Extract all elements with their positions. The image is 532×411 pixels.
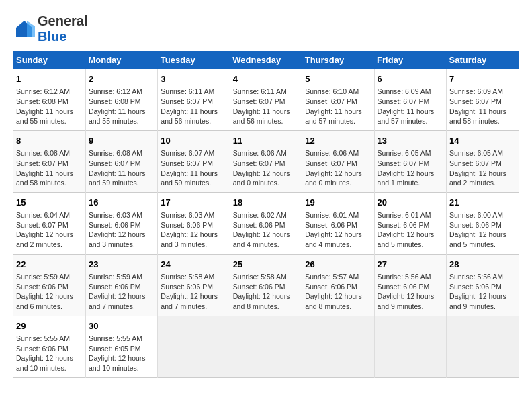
day-info: Sunrise: 6:03 AM Sunset: 6:06 PM Dayligh… (161, 210, 226, 250)
day-info: Sunrise: 6:08 AM Sunset: 6:07 PM Dayligh… (16, 148, 83, 188)
calendar-cell: 2Sunrise: 6:12 AM Sunset: 6:08 PM Daylig… (85, 69, 157, 130)
day-info: Sunrise: 6:06 AM Sunset: 6:07 PM Dayligh… (233, 148, 299, 188)
day-number: 1 (16, 73, 83, 85)
calendar-header: SundayMondayTuesdayWednesdayThursdayFrid… (13, 51, 519, 69)
calendar-cell: 13Sunrise: 6:05 AM Sunset: 6:07 PM Dayli… (374, 130, 446, 192)
day-info: Sunrise: 6:05 AM Sunset: 6:07 PM Dayligh… (449, 148, 516, 188)
day-number: 24 (161, 259, 226, 271)
day-number: 18 (233, 197, 299, 209)
calendar-cell: 7Sunrise: 6:09 AM Sunset: 6:07 PM Daylig… (447, 69, 519, 130)
calendar-cell: 6Sunrise: 6:09 AM Sunset: 6:07 PM Daylig… (374, 69, 446, 130)
col-header-monday: Monday (85, 51, 157, 69)
calendar-cell: 19Sunrise: 6:01 AM Sunset: 6:06 PM Dayli… (302, 192, 374, 254)
day-number: 20 (378, 197, 443, 209)
day-info: Sunrise: 5:57 AM Sunset: 6:06 PM Dayligh… (305, 272, 371, 312)
week-row-5: 29Sunrise: 5:55 AM Sunset: 6:06 PM Dayli… (13, 316, 519, 377)
col-header-tuesday: Tuesday (158, 51, 230, 69)
logo-text-blue: Blue (38, 29, 87, 44)
day-number: 2 (89, 73, 154, 85)
calendar-cell: 24Sunrise: 5:58 AM Sunset: 6:06 PM Dayli… (158, 254, 230, 316)
day-info: Sunrise: 6:05 AM Sunset: 6:07 PM Dayligh… (378, 148, 443, 188)
day-number: 16 (89, 197, 154, 209)
day-number: 27 (378, 259, 443, 271)
week-row-2: 8Sunrise: 6:08 AM Sunset: 6:07 PM Daylig… (13, 130, 519, 192)
day-number: 30 (89, 320, 154, 332)
day-number: 26 (305, 259, 371, 271)
day-info: Sunrise: 6:00 AM Sunset: 6:06 PM Dayligh… (449, 210, 516, 250)
day-info: Sunrise: 6:12 AM Sunset: 6:08 PM Dayligh… (89, 87, 154, 126)
day-number: 17 (161, 197, 226, 209)
calendar-cell (374, 316, 446, 377)
calendar-cell: 14Sunrise: 6:05 AM Sunset: 6:07 PM Dayli… (447, 130, 519, 192)
calendar-cell: 26Sunrise: 5:57 AM Sunset: 6:06 PM Dayli… (302, 254, 374, 316)
col-header-wednesday: Wednesday (230, 51, 302, 69)
calendar-cell (302, 316, 374, 377)
svg-marker-1 (27, 21, 35, 37)
day-info: Sunrise: 6:11 AM Sunset: 6:07 PM Dayligh… (161, 87, 226, 126)
day-number: 23 (89, 259, 154, 271)
day-number: 11 (233, 135, 299, 147)
logo-text-general: General (38, 13, 87, 29)
calendar-cell (447, 316, 519, 377)
day-info: Sunrise: 6:10 AM Sunset: 6:07 PM Dayligh… (305, 87, 371, 126)
col-header-thursday: Thursday (302, 51, 374, 69)
logo-icon (13, 18, 35, 40)
day-info: Sunrise: 5:58 AM Sunset: 6:06 PM Dayligh… (233, 272, 299, 312)
day-number: 28 (449, 259, 516, 271)
day-info: Sunrise: 6:02 AM Sunset: 6:06 PM Dayligh… (233, 210, 299, 250)
col-header-saturday: Saturday (447, 51, 519, 69)
day-number: 21 (449, 197, 516, 209)
day-number: 10 (161, 135, 226, 147)
day-info: Sunrise: 6:09 AM Sunset: 6:07 PM Dayligh… (449, 87, 516, 126)
day-info: Sunrise: 6:01 AM Sunset: 6:06 PM Dayligh… (305, 210, 371, 250)
calendar-table: SundayMondayTuesdayWednesdayThursdayFrid… (13, 51, 519, 378)
day-info: Sunrise: 5:58 AM Sunset: 6:06 PM Dayligh… (161, 272, 226, 312)
calendar-cell (230, 316, 302, 377)
col-header-sunday: Sunday (13, 51, 85, 69)
day-number: 29 (16, 320, 83, 332)
calendar-cell: 20Sunrise: 6:01 AM Sunset: 6:06 PM Dayli… (374, 192, 446, 254)
calendar-cell: 15Sunrise: 6:04 AM Sunset: 6:07 PM Dayli… (13, 192, 85, 254)
day-info: Sunrise: 6:06 AM Sunset: 6:07 PM Dayligh… (305, 148, 371, 188)
day-info: Sunrise: 6:08 AM Sunset: 6:07 PM Dayligh… (89, 148, 154, 188)
calendar-cell: 27Sunrise: 5:56 AM Sunset: 6:06 PM Dayli… (374, 254, 446, 316)
day-info: Sunrise: 6:01 AM Sunset: 6:06 PM Dayligh… (378, 210, 443, 250)
day-info: Sunrise: 5:59 AM Sunset: 6:06 PM Dayligh… (89, 272, 154, 312)
calendar-cell: 16Sunrise: 6:03 AM Sunset: 6:06 PM Dayli… (85, 192, 157, 254)
calendar-cell: 5Sunrise: 6:10 AM Sunset: 6:07 PM Daylig… (302, 69, 374, 130)
day-number: 13 (378, 135, 443, 147)
day-number: 25 (233, 259, 299, 271)
day-info: Sunrise: 6:04 AM Sunset: 6:07 PM Dayligh… (16, 210, 83, 250)
day-info: Sunrise: 6:11 AM Sunset: 6:07 PM Dayligh… (233, 87, 299, 126)
day-info: Sunrise: 6:03 AM Sunset: 6:06 PM Dayligh… (89, 210, 154, 250)
day-number: 9 (89, 135, 154, 147)
day-info: Sunrise: 6:09 AM Sunset: 6:07 PM Dayligh… (378, 87, 443, 126)
day-number: 22 (16, 259, 83, 271)
calendar-cell: 8Sunrise: 6:08 AM Sunset: 6:07 PM Daylig… (13, 130, 85, 192)
page-header: General Blue (13, 13, 519, 44)
day-number: 5 (305, 73, 371, 85)
day-number: 7 (449, 73, 516, 85)
calendar-cell: 29Sunrise: 5:55 AM Sunset: 6:06 PM Dayli… (13, 316, 85, 377)
day-number: 19 (305, 197, 371, 209)
col-header-friday: Friday (374, 51, 446, 69)
calendar-body: 1Sunrise: 6:12 AM Sunset: 6:08 PM Daylig… (13, 69, 519, 377)
week-row-3: 15Sunrise: 6:04 AM Sunset: 6:07 PM Dayli… (13, 192, 519, 254)
calendar-cell: 1Sunrise: 6:12 AM Sunset: 6:08 PM Daylig… (13, 69, 85, 130)
day-number: 6 (378, 73, 443, 85)
logo: General Blue (13, 13, 87, 44)
day-number: 12 (305, 135, 371, 147)
calendar-cell: 30Sunrise: 5:55 AM Sunset: 6:05 PM Dayli… (85, 316, 157, 377)
calendar-cell: 11Sunrise: 6:06 AM Sunset: 6:07 PM Dayli… (230, 130, 302, 192)
day-info: Sunrise: 5:59 AM Sunset: 6:06 PM Dayligh… (16, 272, 83, 312)
calendar-cell: 10Sunrise: 6:07 AM Sunset: 6:07 PM Dayli… (158, 130, 230, 192)
calendar-cell: 9Sunrise: 6:08 AM Sunset: 6:07 PM Daylig… (85, 130, 157, 192)
calendar-cell: 28Sunrise: 5:56 AM Sunset: 6:06 PM Dayli… (447, 254, 519, 316)
day-info: Sunrise: 5:56 AM Sunset: 6:06 PM Dayligh… (378, 272, 443, 312)
header-row: SundayMondayTuesdayWednesdayThursdayFrid… (13, 51, 519, 69)
calendar-cell: 4Sunrise: 6:11 AM Sunset: 6:07 PM Daylig… (230, 69, 302, 130)
calendar-cell: 23Sunrise: 5:59 AM Sunset: 6:06 PM Dayli… (85, 254, 157, 316)
calendar-cell: 21Sunrise: 6:00 AM Sunset: 6:06 PM Dayli… (447, 192, 519, 254)
calendar-cell: 3Sunrise: 6:11 AM Sunset: 6:07 PM Daylig… (158, 69, 230, 130)
calendar-cell: 18Sunrise: 6:02 AM Sunset: 6:06 PM Dayli… (230, 192, 302, 254)
